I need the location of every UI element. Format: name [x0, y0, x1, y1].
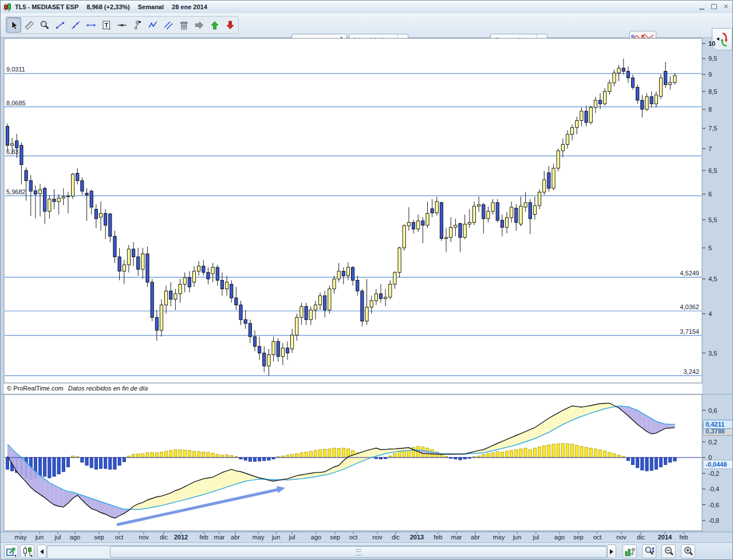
- histogram-bar: [538, 447, 541, 458]
- candle-body: [267, 355, 270, 366]
- histogram-bar: [496, 452, 499, 458]
- histogram-bar: [165, 451, 168, 458]
- month-axis-label: oct: [115, 534, 124, 541]
- price-chart-panel[interactable]: 9,03118,06856,835,96824,52494,03623,7154…: [1, 37, 733, 395]
- scroll-right-button[interactable]: [607, 545, 616, 558]
- minimize-button[interactable]: [697, 3, 706, 10]
- histogram-bar: [207, 452, 210, 458]
- candle-body: [66, 196, 69, 196]
- toolbar-select-button[interactable]: [6, 17, 21, 33]
- toolbar-segment-button[interactable]: [53, 17, 68, 33]
- indicator-axis-label: -0,8: [708, 517, 719, 524]
- candle-body: [132, 249, 135, 257]
- candle-body: [34, 191, 37, 194]
- month-axis-label: dic: [160, 534, 168, 541]
- export-chart-button[interactable]: ▼: [4, 545, 18, 558]
- candle-body: [305, 306, 308, 320]
- toolbar-ruler-button[interactable]: [22, 17, 37, 33]
- candle-body: [29, 181, 32, 191]
- candle-body: [216, 267, 219, 280]
- forward-arrow-icon: [194, 19, 205, 31]
- price-axis-label: 8,5: [708, 88, 717, 95]
- toolbar-parallel-lines-button[interactable]: [161, 17, 176, 33]
- candle-body: [137, 257, 140, 270]
- restore-button[interactable]: [710, 3, 718, 10]
- horizontal-line-icon: [116, 19, 128, 31]
- histogram-bar: [94, 458, 97, 470]
- histogram-bar: [547, 445, 550, 458]
- candle-body: [417, 221, 420, 229]
- candle-body: [57, 198, 60, 202]
- candle-body: [258, 346, 261, 353]
- indicator-panel[interactable]: 0,60,40,20-0,2-0,4-0,6-0,80,37880,4211-0…: [1, 395, 733, 542]
- histogram-bar: [328, 449, 331, 458]
- histogram-bar: [179, 449, 182, 458]
- toolbar-zigzag-button[interactable]: [145, 17, 160, 33]
- toolbar-trendline-button[interactable]: [68, 17, 83, 33]
- toolbar-settings-button[interactable]: [130, 17, 145, 33]
- histogram-bar: [113, 458, 116, 470]
- year-axis-label: 2013: [410, 534, 424, 541]
- candle-body: [538, 192, 541, 206]
- zoom-range-button[interactable]: [642, 545, 656, 558]
- candle-body: [613, 73, 616, 82]
- candle-body: [127, 249, 130, 265]
- candle-body: [295, 317, 298, 335]
- scrollbar-track[interactable]: [47, 545, 606, 559]
- toolbar-zoom-button[interactable]: [37, 17, 52, 33]
- candle-body: [552, 168, 555, 188]
- candle: [496, 199, 499, 223]
- display-style-button[interactable]: ▼: [20, 545, 34, 558]
- toolbar-horizontal-line-button[interactable]: [115, 17, 129, 33]
- signal-value-badge: 0,4211: [703, 420, 733, 429]
- candle-body: [342, 271, 345, 276]
- histogram-bar: [594, 449, 597, 458]
- toolbar-up-arrow-button[interactable]: [207, 17, 222, 33]
- toolbar-text-button[interactable]: T: [99, 17, 114, 33]
- candle-body: [543, 180, 546, 192]
- histogram-bar: [524, 448, 527, 458]
- histogram-bar: [295, 453, 298, 458]
- candle-body: [352, 267, 354, 280]
- level-price-label: 4,0362: [680, 303, 699, 310]
- instrument-title: TL5 - MEDIASET ESP: [15, 3, 78, 10]
- candle-body: [403, 226, 405, 248]
- candle-body: [104, 214, 107, 226]
- close-button[interactable]: ✕: [722, 3, 730, 10]
- toolbar-forward-arrow-button[interactable]: [192, 17, 207, 33]
- candle-body: [515, 208, 518, 223]
- chart-settings-button[interactable]: [622, 545, 637, 558]
- scroll-left-button[interactable]: [37, 545, 46, 558]
- candle-body: [659, 78, 662, 96]
- candle-body: [225, 282, 228, 289]
- down-arrow-icon: [224, 19, 236, 31]
- macd-signal-fill: [203, 478, 208, 495]
- toolbar-down-arrow-button[interactable]: [223, 17, 238, 33]
- histogram-bar: [501, 452, 503, 458]
- macd-signal-fill: [231, 470, 236, 486]
- prorealtime-window: TL5 - MEDIASET ESP 8,968 (+2,33%) Semana…: [0, 0, 733, 560]
- candle-body: [337, 271, 340, 279]
- toolbar-horizontal-segment-button[interactable]: [84, 17, 98, 33]
- price-axis-label: 5,5: [708, 216, 717, 223]
- scrollbar-thumb[interactable]: [110, 546, 607, 558]
- candle-body: [356, 280, 359, 291]
- histogram-bar: [202, 452, 205, 458]
- histogram-bar: [333, 448, 336, 458]
- candle-body: [622, 68, 625, 72]
- level-price-label: 3,7154: [680, 328, 699, 335]
- indicator-axis-label: -0,6: [708, 502, 719, 508]
- candle-body: [85, 193, 88, 195]
- histogram-bar: [608, 452, 611, 458]
- histogram-bar: [137, 454, 140, 458]
- candle-body: [244, 320, 247, 324]
- candle-body: [669, 82, 672, 85]
- candle-body: [99, 214, 102, 217]
- histogram-bar: [267, 458, 270, 460]
- candle-body: [375, 294, 377, 301]
- toolbar-delete-button[interactable]: [176, 17, 191, 33]
- zoom-in-button[interactable]: [681, 545, 695, 558]
- timeframe-label: Semanal: [138, 3, 164, 10]
- candle-body: [632, 78, 635, 87]
- zoom-out-button[interactable]: [661, 545, 676, 558]
